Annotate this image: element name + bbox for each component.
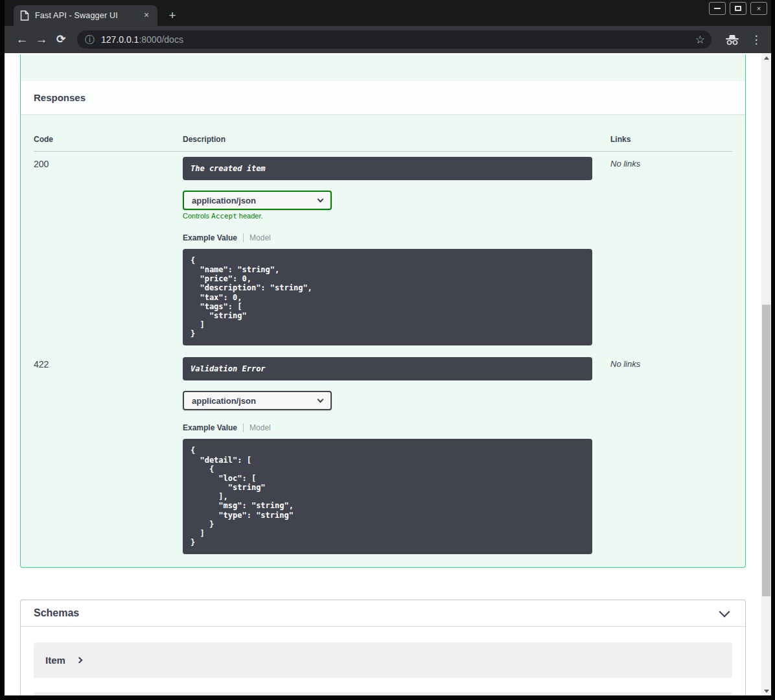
url-host: 127.0.0.1 (101, 34, 139, 45)
vertical-scrollbar[interactable] (761, 53, 771, 695)
schemas-title: Schemas (34, 607, 79, 619)
back-icon[interactable]: ← (12, 30, 32, 49)
responses-section-header: Responses (21, 80, 745, 114)
schema-name: Item (45, 655, 65, 666)
new-tab-button[interactable]: + (164, 7, 181, 24)
browser-menu-icon[interactable]: ⋮ (749, 33, 763, 47)
page-content: Responses Code Description Links 200 The… (5, 53, 771, 695)
incognito-icon (724, 33, 740, 46)
maximize-button[interactable] (730, 2, 746, 15)
response-links: No links (610, 157, 732, 169)
responses-table: Code Description Links 200 The created i… (21, 114, 745, 567)
site-info-icon[interactable]: ⓘ (85, 34, 95, 46)
response-description: Validation Error (183, 357, 592, 380)
close-button[interactable]: × (750, 2, 767, 15)
browser-tab[interactable]: Fast API - Swagger UI × (14, 5, 157, 26)
example-model-tabs: Example Value Model (183, 233, 610, 242)
document-icon (20, 10, 29, 21)
example-model-tabs: Example Value Model (183, 423, 610, 432)
media-type-select[interactable]: application/json (183, 391, 332, 410)
tab-strip: Fast API - Swagger UI × + × (5, 0, 771, 26)
scrollbar-thumb[interactable] (762, 305, 770, 596)
schemas-section: Schemas Item ValidationError (20, 600, 746, 695)
bookmark-star-icon[interactable]: ☆ (695, 33, 705, 47)
accept-header-note: Controls Accept header. (183, 212, 610, 220)
tab-model[interactable]: Model (249, 233, 271, 242)
code-column-header: Code (34, 135, 183, 144)
scroll-down-arrow-icon[interactable] (761, 686, 771, 695)
browser-toolbar: ← → ⟳ ⓘ 127.0.0.1:8000/docs ☆ ⋮ (5, 26, 771, 53)
schemas-body: Item ValidationError (21, 627, 745, 695)
forward-icon[interactable]: → (32, 30, 51, 49)
opblock-spacer (21, 54, 745, 80)
tab-divider (243, 423, 244, 432)
accept-note-code: Accept (211, 212, 237, 220)
example-json-200: { "name": "string", "price": 0, "descrip… (183, 249, 592, 345)
tab-example-value[interactable]: Example Value (183, 233, 237, 242)
tab-model[interactable]: Model (249, 423, 271, 432)
chevron-down-icon (318, 196, 324, 202)
description-column-header: Description (183, 135, 610, 144)
media-type-select[interactable]: application/json (183, 191, 332, 210)
media-type-value: application/json (192, 396, 256, 406)
response-description-cell: Validation Error application/json Exampl… (183, 357, 610, 554)
accept-note-prefix: Controls (183, 212, 211, 220)
address-bar[interactable]: ⓘ 127.0.0.1:8000/docs ☆ (77, 30, 711, 49)
tab-close-icon[interactable]: × (141, 10, 152, 21)
tab-title: Fast API - Swagger UI (35, 11, 141, 20)
minimize-icon (714, 8, 721, 9)
window-controls: × (709, 2, 767, 15)
response-code: 200 (34, 157, 183, 169)
example-json-422: { "detail": [ { "loc": [ "string" ], "ms… (183, 439, 592, 554)
minimize-button[interactable] (709, 2, 726, 15)
chevron-down-icon (318, 396, 324, 402)
response-row-422: 422 Validation Error application/json Ex… (34, 352, 732, 554)
browser-window: Fast API - Swagger UI × + × ← → ⟳ ⓘ 127.… (0, 0, 775, 700)
response-row-200: 200 The created item application/json Co… (34, 152, 732, 345)
chevron-right-icon (76, 657, 82, 664)
schemas-header[interactable]: Schemas (21, 600, 745, 627)
response-description-cell: The created item application/json Contro… (183, 157, 610, 345)
schema-validationerror[interactable]: ValidationError (34, 692, 732, 695)
responses-title: Responses (34, 92, 732, 103)
media-type-value: application/json (192, 196, 256, 205)
links-column-header: Links (610, 135, 732, 144)
tab-example-value[interactable]: Example Value (183, 423, 237, 432)
response-description: The created item (183, 157, 592, 180)
opblock-responses-section: Responses Code Description Links 200 The… (20, 54, 746, 568)
responses-table-header: Code Description Links (34, 127, 732, 152)
accept-note-suffix: header. (237, 212, 263, 220)
maximize-icon (735, 6, 741, 11)
response-code: 422 (34, 357, 183, 369)
chevron-down-icon[interactable] (719, 607, 730, 618)
scroll-up-arrow-icon[interactable] (761, 53, 771, 62)
tab-divider (243, 233, 244, 242)
swagger-page: Responses Code Description Links 200 The… (5, 53, 761, 695)
response-links: No links (610, 357, 732, 369)
url-text: 127.0.0.1:8000/docs (101, 34, 183, 45)
reload-icon[interactable]: ⟳ (51, 30, 71, 49)
schema-item[interactable]: Item (34, 642, 732, 678)
url-path: :8000/docs (139, 34, 183, 45)
